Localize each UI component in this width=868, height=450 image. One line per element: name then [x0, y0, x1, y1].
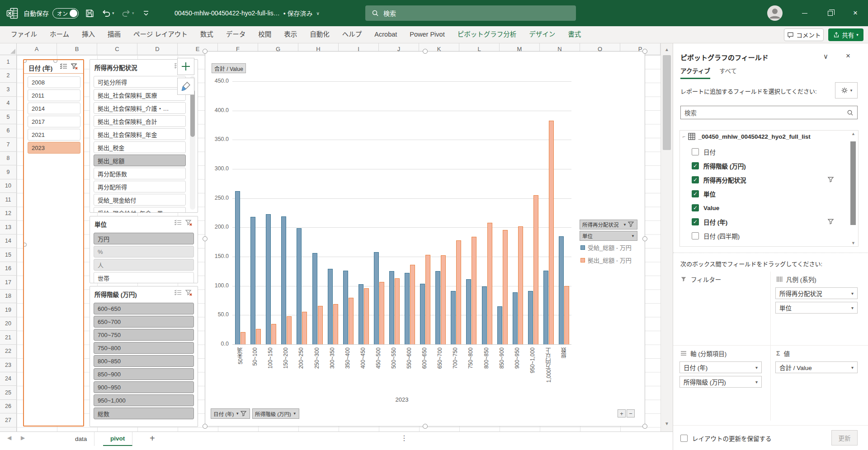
- row-header-17[interactable]: 17: [0, 276, 17, 290]
- ribbon-tab-file[interactable]: ファイル: [5, 26, 43, 43]
- sheet-nav-right-icon[interactable]: ▶: [21, 435, 25, 441]
- legend-field-button-1[interactable]: 単位▼: [580, 231, 637, 241]
- slicer-scrollbar-thumb[interactable]: [190, 89, 195, 137]
- area-item-legend-1[interactable]: 単位▾: [775, 302, 858, 314]
- legend-entry-0[interactable]: 受給_総額 - 万円: [580, 243, 632, 252]
- row-header-18[interactable]: 18: [0, 290, 17, 304]
- chart-selection-handle[interactable]: [642, 49, 647, 54]
- row-header-26[interactable]: 26: [0, 400, 17, 414]
- row-header-24[interactable]: 24: [0, 372, 17, 386]
- ribbon-tab-4[interactable]: ページ レイアウト: [127, 26, 194, 43]
- slicer-resize-handle[interactable]: [23, 243, 27, 247]
- clear-filter-icon[interactable]: [185, 289, 194, 298]
- row-header-7[interactable]: 7: [0, 138, 17, 152]
- pane-tab-all[interactable]: すべて: [719, 66, 737, 75]
- clear-filter-icon[interactable]: [71, 63, 80, 72]
- chart-selection-handle[interactable]: [203, 236, 208, 241]
- bar-s2-20[interactable]: [549, 121, 554, 344]
- chart-selection-handle[interactable]: [203, 49, 208, 54]
- ribbon-tab-8[interactable]: 表示: [278, 26, 303, 43]
- ribbon-tab-9[interactable]: 自動化: [303, 26, 336, 43]
- multi-select-icon[interactable]: [174, 289, 183, 298]
- bar-s2-9[interactable]: [379, 282, 384, 344]
- pane-collapse-icon[interactable]: ∨: [823, 52, 828, 61]
- ribbon-tab-2[interactable]: 挿入: [75, 26, 101, 43]
- slicer-item-income_class-0[interactable]: 600~650: [94, 303, 194, 314]
- expand-entire-field-button[interactable]: +: [618, 409, 626, 417]
- row-header-9[interactable]: 9: [0, 165, 17, 179]
- legend-entry-1[interactable]: 拠出_総額 - 万円: [580, 256, 632, 264]
- pane-tab-active[interactable]: アクティブ: [680, 66, 710, 79]
- autosave-toggle[interactable]: オン: [52, 8, 79, 19]
- collapse-table-icon[interactable]: ⌐: [683, 134, 685, 139]
- sheet-tab-pivot[interactable]: pivot: [103, 432, 132, 446]
- sheet-nav-left-icon[interactable]: ◀: [7, 435, 11, 441]
- defer-layout-checkbox[interactable]: [680, 435, 688, 442]
- ribbon-tab-14[interactable]: デザイン: [523, 26, 561, 43]
- slicer-item-date-3[interactable]: 2017: [28, 116, 80, 127]
- close-button[interactable]: ×: [843, 0, 868, 26]
- field-checkbox-7[interactable]: [692, 246, 699, 247]
- bar-s2-6[interactable]: [333, 304, 338, 344]
- bar-s2-10[interactable]: [395, 278, 400, 344]
- ribbon-tab-15[interactable]: 書式: [561, 26, 587, 43]
- row-header-13[interactable]: 13: [0, 220, 17, 234]
- ribbon-tab-7[interactable]: 校閲: [252, 26, 278, 43]
- row-header-15[interactable]: 15: [0, 248, 17, 262]
- area-item-axis-1[interactable]: 所得階級 (万円)▾: [679, 376, 762, 388]
- slicer-resize-handle[interactable]: [53, 426, 57, 427]
- slicer-item-date-2[interactable]: 2014: [28, 103, 80, 114]
- bar-s1-8[interactable]: [359, 284, 363, 344]
- slicer-resize-handle[interactable]: [83, 243, 84, 247]
- slicer-item-redistribution-9[interactable]: 受給_現金給付: [94, 194, 186, 206]
- slicer-item-redistribution-6[interactable]: 拠出_総額: [94, 155, 186, 166]
- slicer-item-unit-3[interactable]: 世帯: [94, 272, 194, 283]
- bar-s1-3[interactable]: [281, 216, 286, 344]
- field-list-scroll-thumb[interactable]: [850, 141, 856, 225]
- bar-s1-6[interactable]: [328, 269, 333, 344]
- slicer-item-redistribution-2[interactable]: 拠出_社会保険料_介護・…: [94, 102, 186, 114]
- row-header-16[interactable]: 16: [0, 262, 17, 276]
- bar-s2-13[interactable]: [441, 255, 446, 344]
- slicer-item-redistribution-3[interactable]: 拠出_社会保険料_合計: [94, 115, 186, 127]
- bar-s2-16[interactable]: [487, 223, 492, 344]
- bar-s1-2[interactable]: [266, 214, 271, 344]
- slicer-item-redistribution-4[interactable]: 拠出_社会保険料_年金: [94, 128, 186, 140]
- slicer-item-date-0[interactable]: 2008: [28, 76, 80, 88]
- field-list-scroll-down[interactable]: ▼: [851, 241, 855, 245]
- row-header-14[interactable]: 14: [0, 234, 17, 248]
- area-item-legend-0[interactable]: 所得再分配状況▾: [775, 287, 858, 299]
- row-header-3[interactable]: 3: [0, 83, 17, 97]
- bar-s1-17[interactable]: [497, 306, 502, 344]
- row-header-28[interactable]: 28: [0, 427, 17, 432]
- bar-s1-5[interactable]: [312, 253, 317, 344]
- bar-s1-9[interactable]: [374, 252, 379, 344]
- slicer-item-redistribution-8[interactable]: 再分配所得: [94, 181, 186, 192]
- bar-s2-14[interactable]: [456, 240, 461, 344]
- slicer-resize-handle[interactable]: [53, 59, 57, 63]
- bar-s2-5[interactable]: [318, 306, 323, 344]
- chart-selection-handle[interactable]: [642, 424, 647, 429]
- ribbon-tab-10[interactable]: ヘルプ: [336, 26, 368, 43]
- bar-s1-4[interactable]: [297, 228, 302, 344]
- redo-icon[interactable]: ▾: [121, 0, 134, 26]
- axis-field-button-0[interactable]: 日付 (年)▼: [211, 408, 250, 419]
- field-row-0[interactable]: 日付: [680, 145, 847, 159]
- avatar[interactable]: [767, 0, 783, 26]
- area-item-values-0[interactable]: 合計 / Value▾: [775, 361, 858, 373]
- bar-s1-1[interactable]: [250, 217, 255, 344]
- column-header-A[interactable]: A: [17, 43, 57, 55]
- multi-select-icon[interactable]: [60, 63, 69, 72]
- bar-s2-1[interactable]: [256, 329, 261, 344]
- slicer-item-redistribution-10[interactable]: 受給_現金給付_年金・恩: [94, 207, 186, 213]
- tools-gear-button[interactable]: ▾: [835, 82, 858, 98]
- search-input[interactable]: 検索: [365, 5, 576, 21]
- scroll-up-arrow[interactable]: ▲: [663, 46, 670, 53]
- share-button[interactable]: 共有 ▾: [828, 28, 863, 41]
- pane-close-icon[interactable]: ×: [846, 52, 850, 61]
- field-checkbox-0[interactable]: [692, 148, 699, 155]
- ribbon-tab-6[interactable]: データ: [220, 26, 252, 43]
- row-header-27[interactable]: 27: [0, 413, 17, 427]
- bar-s1-0[interactable]: [235, 191, 240, 344]
- bar-s2-21[interactable]: [564, 286, 569, 344]
